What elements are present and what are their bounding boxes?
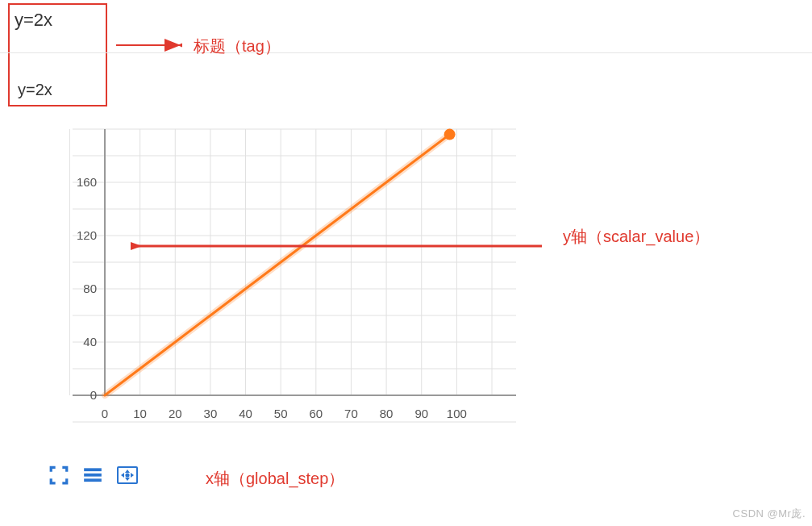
- x-tick-label: 20: [163, 407, 187, 420]
- y-tick-label: 160: [66, 175, 97, 189]
- svg-rect-32: [84, 474, 102, 477]
- chart-tag-title: y=2x: [15, 10, 52, 31]
- x-tick-label: 100: [444, 407, 468, 420]
- y-tick-label: 0: [66, 388, 97, 402]
- x-tick-label: 10: [128, 407, 152, 420]
- x-tick-label: 80: [374, 407, 398, 420]
- annotation-tag: 标题（tag）: [194, 35, 281, 57]
- line-chart: [48, 121, 516, 444]
- arrow-to-yaxis: [131, 234, 550, 258]
- x-tick-label: 0: [93, 407, 117, 420]
- x-tick-label: 60: [304, 407, 328, 420]
- annotation-xaxis: x轴（global_step）: [206, 468, 344, 490]
- y-tick-label: 120: [66, 228, 97, 242]
- y-tick-label: 40: [66, 335, 97, 349]
- svg-rect-31: [84, 468, 102, 471]
- svg-point-29: [444, 129, 456, 140]
- svg-rect-33: [84, 478, 102, 482]
- x-tick-label: 30: [198, 407, 223, 420]
- x-tick-label: 70: [339, 407, 363, 420]
- fit-to-screen-icon[interactable]: [116, 465, 139, 486]
- x-tick-label: 50: [269, 407, 293, 420]
- y-tick-label: 80: [66, 282, 97, 295]
- x-tick-label: 90: [410, 407, 434, 420]
- arrow-to-tag: [113, 34, 182, 56]
- svg-point-35: [126, 474, 128, 476]
- annotation-yaxis: y轴（scalar_value）: [563, 226, 710, 248]
- fullscreen-icon[interactable]: [48, 465, 69, 486]
- chart-subtitle: y=2x: [18, 81, 52, 99]
- list-icon[interactable]: [82, 465, 103, 486]
- x-tick-label: 40: [234, 407, 258, 420]
- watermark: CSDN @Mr庞.: [733, 507, 806, 521]
